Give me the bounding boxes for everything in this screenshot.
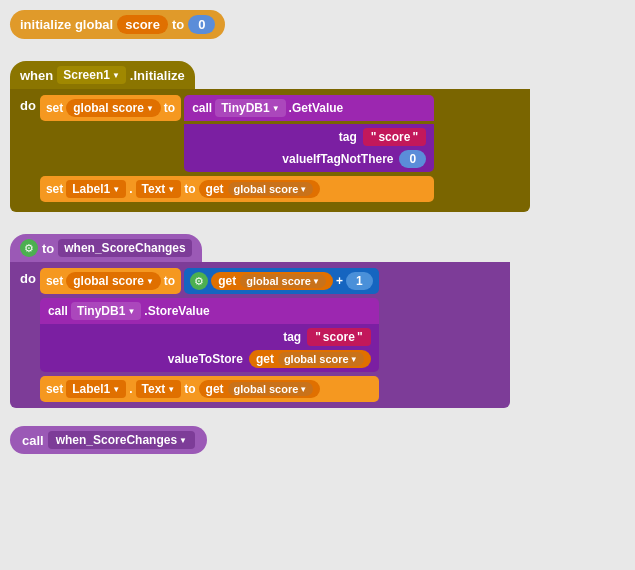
store-tag-row: tag " score " xyxy=(48,328,371,346)
do-score-row: do set global score ▼ to xyxy=(20,268,504,402)
label1-dropdown-1[interactable]: Label1 ▼ xyxy=(66,180,126,198)
when-score-label: when_ScoreChanges xyxy=(58,239,191,257)
do-body: set global score ▼ to call xyxy=(40,95,434,202)
initialize-block-section: initialize global score to 0 xyxy=(10,10,625,39)
to-label-set1: to xyxy=(164,101,175,115)
set-label-1: set xyxy=(46,101,63,115)
score-label: score xyxy=(125,17,160,32)
to-label-set3: to xyxy=(164,274,175,288)
to-label-score: to xyxy=(42,241,54,256)
when-score-hat[interactable]: ⚙ to when_ScoreChanges xyxy=(10,234,202,262)
when-initialize-section: when Screen1 ▼ .Initialize do set global… xyxy=(10,61,625,212)
label1-dropdown-2[interactable]: Label1 ▼ xyxy=(66,380,126,398)
getvalue-params: tag " score " valueIfTagNotThere xyxy=(184,124,434,172)
global-score-dropdown-1[interactable]: global score ▼ xyxy=(66,99,161,117)
when-score-label-2[interactable]: when_ScoreChanges ▼ xyxy=(48,431,195,449)
tinydb1-dropdown-2[interactable]: TinyDB1 ▼ xyxy=(71,302,141,320)
zero-value-1[interactable]: 0 xyxy=(188,15,215,34)
do-row: do set global score ▼ to xyxy=(20,95,524,202)
call-when-score-section: call when_ScoreChanges ▼ xyxy=(10,426,625,454)
text-dropdown-2[interactable]: Text ▼ xyxy=(136,380,182,398)
valueifnotthere-row: valueIfTagNotThere 0 xyxy=(192,150,426,168)
set-score-row: set global score ▼ to call xyxy=(40,95,434,172)
to-label-set2: to xyxy=(184,182,195,196)
set-label-text-row-2[interactable]: set Label1 ▼ . Text ▼ to get xyxy=(40,376,379,402)
do-score-body: set global score ▼ to ⚙ get xyxy=(40,268,379,402)
do-label-1: do xyxy=(20,95,36,113)
global-score-inner-1: global score ▼ xyxy=(228,182,314,196)
call-label-1: call xyxy=(192,101,212,115)
tinydb-getvalue-block: call TinyDB1 ▼ .GetValue tag xyxy=(184,95,434,172)
call-getvalue-header[interactable]: call TinyDB1 ▼ .GetValue xyxy=(184,95,434,121)
storevalue-label: .StoreValue xyxy=(144,304,209,318)
set-label-text-row-1[interactable]: set Label1 ▼ . Text ▼ to get xyxy=(40,176,434,202)
math-block[interactable]: ⚙ get global score ▼ + 1 xyxy=(184,268,378,294)
score-pill[interactable]: score xyxy=(117,15,168,34)
initialize-event-label: .Initialize xyxy=(130,68,185,83)
gear-icon-2: ⚙ xyxy=(190,272,208,290)
to-label-1: to xyxy=(172,17,184,32)
global-score-chevron: ▼ xyxy=(146,104,154,113)
text-dropdown-1[interactable]: Text ▼ xyxy=(136,180,182,198)
valueifnotthere-label: valueIfTagNotThere xyxy=(282,152,393,166)
call-storevalue-header[interactable]: call TinyDB1 ▼ .StoreValue xyxy=(40,298,379,324)
initialize-block[interactable]: initialize global score to 0 xyxy=(10,10,225,39)
block-canvas: initialize global score to 0 when Screen… xyxy=(10,10,625,560)
global-score-inner-4: global score ▼ xyxy=(228,382,314,396)
gear-icon-1: ⚙ xyxy=(20,239,38,257)
dot-2: . xyxy=(129,382,132,396)
dot-1: . xyxy=(129,182,132,196)
set-label-2: set xyxy=(46,182,63,196)
call-label-2: call xyxy=(48,304,68,318)
when-initialize-hat[interactable]: when Screen1 ▼ .Initialize xyxy=(10,61,195,89)
getvalue-label: .GetValue xyxy=(289,101,344,115)
tag-row: tag " score " xyxy=(192,128,426,146)
global-score-dropdown-2[interactable]: global score ▼ xyxy=(66,272,161,290)
plus-label: + xyxy=(336,274,343,288)
set-label-4: set xyxy=(46,382,63,396)
screen1-dropdown[interactable]: Screen1 ▼ xyxy=(57,66,126,84)
set-label-3: set xyxy=(46,274,63,288)
zero-value-2[interactable]: 0 xyxy=(399,150,426,168)
when-initialize-body: do set global score ▼ to xyxy=(10,89,530,212)
tag-label: tag xyxy=(339,130,357,144)
valuetostore-label: valueToStore xyxy=(168,352,243,366)
one-value[interactable]: 1 xyxy=(346,272,373,290)
storevalue-params: tag " score " valueToStore xyxy=(40,324,379,372)
get-global-score-2[interactable]: get global score ▼ xyxy=(199,380,321,398)
when-score-body: do set global score ▼ to xyxy=(10,262,510,408)
to-label-set4: to xyxy=(184,382,195,396)
when-score-changes-section: ⚙ to when_ScoreChanges do set global sco… xyxy=(10,234,625,408)
global-score-inner-2: global score ▼ xyxy=(240,274,326,288)
call-when-score-block[interactable]: call when_ScoreChanges ▼ xyxy=(10,426,207,454)
score-string-1[interactable]: " score " xyxy=(363,128,426,146)
set-block-2[interactable]: set global score ▼ to xyxy=(40,268,181,294)
set-block-1[interactable]: set global score ▼ to xyxy=(40,95,181,121)
get-global-score-1[interactable]: get global score ▼ xyxy=(199,180,321,198)
valuetostore-row: valueToStore get global score ▼ xyxy=(48,350,371,368)
set-score-row-2: set global score ▼ to ⚙ get xyxy=(40,268,379,294)
when-label: when xyxy=(20,68,53,83)
score-string-2[interactable]: " score " xyxy=(307,328,370,346)
get-global-score-store[interactable]: get global score ▼ xyxy=(249,350,371,368)
global-score-inner-3: global score ▼ xyxy=(278,352,364,366)
screen1-chevron: ▼ xyxy=(112,71,120,80)
initialize-label: initialize global xyxy=(20,17,113,32)
tinydb1-dropdown-1[interactable]: TinyDB1 ▼ xyxy=(215,99,285,117)
get-global-score-math[interactable]: get global score ▼ xyxy=(211,272,333,290)
storevalue-block: call TinyDB1 ▼ .StoreValue tag xyxy=(40,298,379,372)
do-label-2: do xyxy=(20,268,36,286)
call-label-3: call xyxy=(22,433,44,448)
store-tag-label: tag xyxy=(283,330,301,344)
